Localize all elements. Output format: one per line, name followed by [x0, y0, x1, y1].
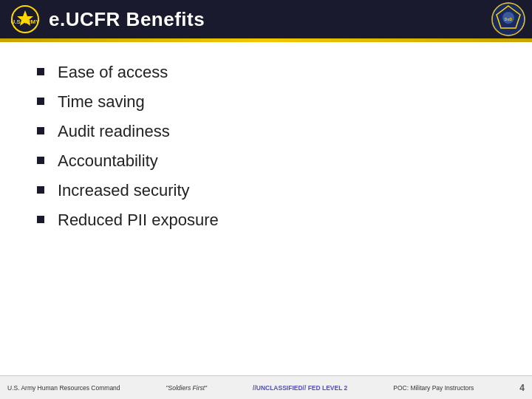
- footer-left: U.S. Army Human Resources Command: [7, 384, 120, 392]
- list-item-text: Reduced PII exposure: [58, 211, 219, 230]
- list-item-text: Increased security: [58, 181, 190, 200]
- main-content: Ease of access Time saving Audit readine…: [0, 42, 532, 367]
- list-item-text: Accountability: [58, 151, 158, 171]
- svg-text:DoD: DoD: [505, 17, 513, 21]
- list-item: Audit readiness: [37, 122, 495, 141]
- header: U.S.ARMY e.UCFR Benefits DoD: [0, 0, 532, 38]
- bullet-icon: [37, 127, 44, 134]
- footer-classification: //UNCLASSIFIED// FED LEVEL 2: [253, 384, 347, 392]
- bullet-icon: [37, 216, 44, 223]
- list-item: Increased security: [37, 181, 495, 200]
- benefits-list: Ease of access Time saving Audit readine…: [37, 63, 495, 230]
- list-item: Reduced PII exposure: [37, 211, 495, 230]
- bullet-icon: [37, 68, 44, 75]
- list-item-text: Time saving: [58, 92, 145, 112]
- list-item: Time saving: [37, 92, 495, 112]
- list-item-text: Audit readiness: [58, 122, 170, 141]
- list-item-text: Ease of access: [58, 63, 168, 82]
- bullet-icon: [37, 186, 44, 194]
- list-item: Ease of access: [37, 63, 495, 82]
- page-title: e.UCFR Benefits: [49, 8, 523, 31]
- footer-right: POC: Military Pay Instructors: [393, 384, 474, 392]
- list-item: Accountability: [37, 151, 495, 171]
- title-text: e.UCFR Benefits: [49, 8, 205, 30]
- army-logo-left: U.S.ARMY: [9, 3, 41, 35]
- footer-page-number: 4: [519, 383, 525, 393]
- footer-center-left: "Soldiers First": [166, 384, 207, 392]
- dod-logo-right: DoD: [489, 0, 528, 38]
- bullet-icon: [37, 98, 44, 105]
- footer: U.S. Army Human Resources Command "Soldi…: [0, 375, 532, 399]
- bullet-icon: [37, 157, 44, 164]
